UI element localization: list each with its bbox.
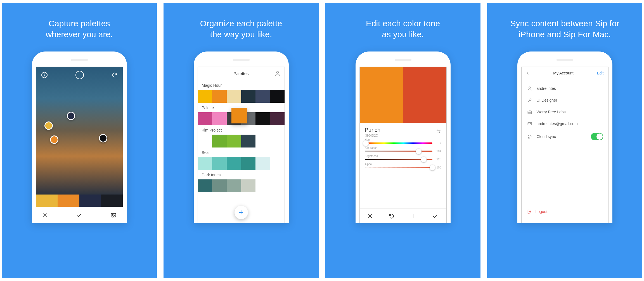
back-icon[interactable] (526, 71, 530, 75)
palette-swatch[interactable] (241, 179, 256, 192)
edit-screen: Punch #E04D2C Hue7Saturation204Brightnes… (359, 67, 447, 223)
slider-value: 100 (435, 166, 441, 169)
sliders-settings-icon[interactable] (436, 128, 441, 134)
svg-point-3 (276, 71, 278, 73)
palette-swatch[interactable] (270, 135, 285, 147)
slider-thumb[interactable] (421, 157, 427, 162)
palette-swatch[interactable] (212, 112, 227, 125)
logout-button[interactable]: Logout (527, 209, 603, 216)
brightness-slider[interactable]: Brightness223 (365, 158, 441, 161)
refresh-icon[interactable] (112, 72, 118, 78)
slider-track[interactable] (365, 151, 432, 152)
palette-swatch[interactable] (255, 90, 270, 103)
sync-icon (527, 134, 533, 139)
capture-center-circle[interactable] (75, 71, 84, 79)
palette-swatch[interactable] (270, 157, 285, 170)
slider-label: Brightness (365, 154, 378, 158)
saturation-slider[interactable]: Saturation204 (365, 150, 441, 153)
palette-swatch[interactable] (227, 179, 241, 192)
caption: Sync content between Sip for iPhone and … (505, 18, 625, 40)
slider-track[interactable] (365, 167, 432, 168)
palette-row[interactable] (198, 135, 285, 147)
account-header: My Account Edit (522, 67, 608, 79)
briefcase-icon (527, 109, 533, 114)
slider-label: Alpha (365, 163, 372, 166)
palette-row[interactable] (198, 179, 285, 192)
panel-organize: Organize each palette the way you like. … (164, 3, 319, 278)
palette-row[interactable] (198, 90, 285, 103)
palette-swatch[interactable] (198, 112, 212, 125)
palette-swatch[interactable] (212, 179, 227, 192)
account-screen: My Account Edit andre.intes UI Designer … (521, 67, 609, 223)
edit-button[interactable]: Edit (597, 71, 603, 75)
palette-swatch[interactable] (241, 90, 256, 103)
palette-title[interactable]: Kim Project (198, 125, 285, 135)
color-sample-dot[interactable] (67, 112, 75, 120)
palette-swatch[interactable] (212, 90, 227, 103)
slider-track[interactable] (365, 159, 432, 160)
slider-thumb[interactable] (430, 165, 435, 170)
palette-swatch[interactable] (255, 112, 270, 125)
company-value: Worry Free Labs (537, 110, 566, 114)
palette-swatch[interactable] (227, 90, 241, 103)
color-sample-dot[interactable] (99, 134, 107, 142)
palette-swatch[interactable] (198, 135, 212, 147)
palette-swatch[interactable] (227, 135, 241, 147)
dragging-swatch[interactable] (231, 108, 247, 123)
svg-point-6 (529, 87, 531, 88)
gallery-icon[interactable] (110, 212, 117, 218)
palette-swatch[interactable] (270, 179, 285, 192)
color-sample-dot[interactable] (50, 135, 58, 144)
palette-swatch[interactable] (241, 157, 256, 170)
palette-swatch[interactable] (198, 179, 212, 192)
palette-list[interactable]: Magic HourPaletteKim ProjectSeaDark tone… (198, 80, 285, 223)
slider-thumb[interactable] (363, 140, 369, 146)
slider-thumb[interactable] (416, 149, 422, 154)
slider-track[interactable] (365, 142, 432, 144)
confirm-icon[interactable] (76, 212, 82, 219)
palette-swatch[interactable] (241, 135, 256, 147)
palette-swatch[interactable] (270, 112, 285, 125)
color-sample-dot[interactable] (44, 121, 53, 130)
account-body: andre.intes UI Designer Worry Free Labs … (522, 79, 608, 223)
camera-viewfinder[interactable] (36, 67, 123, 195)
cloud-sync-row: Cloud sync (527, 133, 603, 140)
color-name: Punch (365, 127, 441, 133)
username-value: andre.intes (537, 86, 556, 91)
close-icon[interactable] (367, 213, 373, 219)
undo-icon[interactable] (389, 213, 395, 219)
palette-title[interactable]: Magic Hour (198, 80, 285, 90)
caption: Capture palettes wherever you are. (40, 18, 118, 40)
palette-title[interactable]: Dark tones (198, 170, 285, 179)
palette-swatch[interactable] (255, 179, 270, 192)
palette-swatch[interactable] (212, 135, 227, 147)
phone-frame: My Account Edit andre.intes UI Designer … (517, 51, 612, 223)
palette-swatch[interactable] (198, 157, 212, 170)
alpha-slider[interactable]: Alpha100 (365, 166, 441, 169)
palette-swatch[interactable] (198, 90, 212, 103)
palette-swatch[interactable] (227, 157, 241, 170)
person-icon (527, 86, 533, 91)
close-icon[interactable] (42, 212, 48, 218)
cloud-sync-toggle[interactable] (591, 133, 603, 140)
color-meta: Punch #E04D2C (360, 123, 446, 139)
palette-swatch[interactable] (255, 135, 270, 147)
slider-label: Saturation (365, 146, 378, 149)
palette-row[interactable] (198, 157, 285, 170)
panel-capture: Capture palettes wherever you are. (2, 3, 157, 278)
palette-title[interactable]: Sea (198, 147, 285, 157)
svg-point-2 (112, 214, 113, 216)
hue-slider[interactable]: Hue7 (365, 142, 441, 145)
palette-swatch[interactable] (212, 157, 227, 170)
mail-icon (527, 121, 533, 126)
account-icon[interactable] (274, 70, 281, 76)
add-icon[interactable] (410, 213, 416, 219)
palette-swatch[interactable] (270, 90, 285, 103)
confirm-icon[interactable] (432, 213, 439, 219)
palette-swatch[interactable] (255, 157, 270, 170)
caption: Organize each palette the way you like. (195, 18, 288, 40)
add-palette-button[interactable]: + (235, 206, 248, 219)
header-title: Palettes (233, 71, 248, 76)
capture-toolbar (36, 207, 123, 223)
flash-icon[interactable] (41, 72, 48, 78)
